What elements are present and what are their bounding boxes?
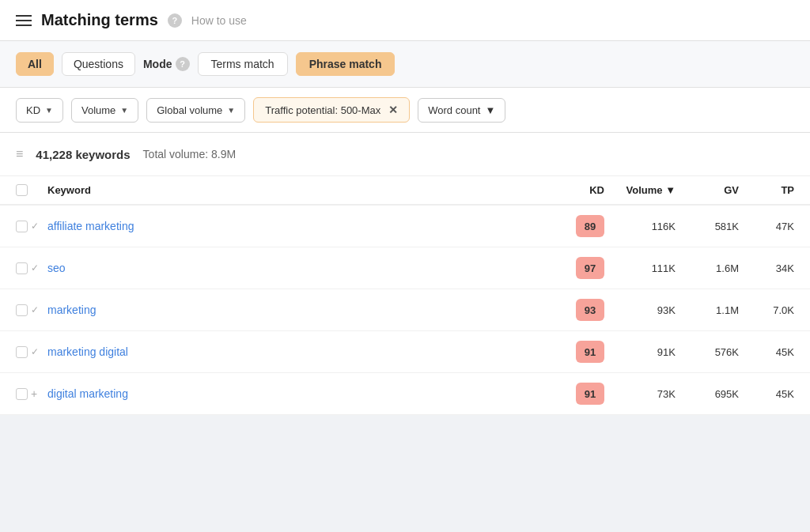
row-2-kd-badge: 97 [576,257,604,279]
keywords-summary: ≡ 41,228 keywords Total volume: 8.9M [0,133,810,176]
traffic-filter[interactable]: Traffic potential: 500-Max ✕ [253,97,410,123]
hamburger-icon[interactable] [16,15,32,26]
keywords-count: 41,228 keywords [36,148,130,161]
row-1-tp: 47K [739,221,794,232]
filter-all-button[interactable]: All [16,52,54,76]
row-2-check-icon: ✓ [31,262,39,274]
col-volume-header: Volume ▼ [604,184,676,196]
word-count-dropdown-arrow: ▼ [485,104,495,116]
col-gv-header: GV [676,184,739,196]
row-4-gv: 576K [676,346,739,358]
row-2-tp: 34K [739,262,794,274]
row-3-check-icon: ✓ [31,304,39,315]
row-1-checkbox[interactable] [16,221,28,232]
help-icon[interactable]: ? [168,13,182,28]
row-2-left: ✓ [16,262,47,274]
row-2-gv: 1.6M [676,262,739,274]
row-3-volume: 93K [604,304,676,316]
table-header: Keyword KD Volume ▼ GV TP [0,176,810,206]
col-tp-header: TP [739,184,794,196]
row-3-left: ✓ [16,304,47,316]
row-2-keyword[interactable]: seo [47,262,541,274]
grid-icon: ≡ [16,147,23,161]
row-1-keyword[interactable]: affiliate marketing [47,220,541,232]
row-4-left: ✓ [16,346,47,358]
traffic-filter-close[interactable]: ✕ [388,104,398,116]
table-container: Keyword KD Volume ▼ GV TP ✓ affiliate ma… [0,176,810,415]
row-5-tp: 45K [739,388,794,400]
row-4-checkbox[interactable] [16,346,28,358]
table-row: ✓ marketing 93 93K 1.1M 7.0K [0,289,810,331]
row-3-gv: 1.1M [676,304,739,316]
row-1-left: ✓ [16,221,47,232]
row-5-kd: 91 [541,383,604,405]
page-title: Matching terms [41,11,158,29]
volume-sort-icon[interactable]: ▼ [665,184,676,196]
volume-dropdown[interactable]: Volume ▼ [71,98,138,123]
traffic-filter-label: Traffic potential: 500-Max [265,104,380,116]
filter-bar: All Questions Mode ? Terms match Phrase … [0,41,810,88]
main-content: ≡ 41,228 keywords Total volume: 8.9M Key… [0,133,810,415]
toolbar: KD ▼ Volume ▼ Global volume ▼ Traffic po… [0,88,810,133]
row-5-checkbox[interactable] [16,388,28,400]
volume-dropdown-arrow: ▼ [120,106,128,115]
total-volume: Total volume: 8.9M [143,148,237,160]
row-5-kd-badge: 91 [576,383,604,405]
table-row: ✓ seo 97 111K 1.6M 34K [0,247,810,289]
row-4-kd: 91 [541,341,604,363]
row-1-kd: 89 [541,215,604,237]
kd-dropdown-arrow: ▼ [45,106,53,115]
row-4-tp: 45K [739,346,794,358]
select-all-checkbox[interactable] [16,184,28,196]
row-5-plus-icon: + [31,387,37,400]
global-volume-dropdown-arrow: ▼ [227,106,235,115]
how-to-use-link[interactable]: How to use [191,14,247,27]
global-volume-dropdown[interactable]: Global volume ▼ [146,98,245,123]
col-kd-header: KD [541,184,604,196]
row-2-kd: 97 [541,257,604,279]
table-row: ✓ marketing digital 91 91K 576K 45K [0,331,810,373]
col-keyword-header: Keyword [47,184,541,196]
row-3-tp: 7.0K [739,304,794,316]
phrase-match-button[interactable]: Phrase match [296,52,396,76]
row-5-volume: 73K [604,388,676,400]
row-4-kd-badge: 91 [576,341,604,363]
top-bar: Matching terms ? How to use [0,0,810,41]
terms-match-button[interactable]: Terms match [198,52,288,76]
row-5-gv: 695K [676,388,739,400]
row-4-check-icon: ✓ [31,346,39,357]
row-3-kd-badge: 93 [576,299,604,321]
header-checkbox-area [16,184,47,196]
row-1-volume: 116K [604,221,676,232]
row-1-kd-badge: 89 [576,215,604,237]
mode-help-icon[interactable]: ? [176,57,190,71]
filter-questions-button[interactable]: Questions [62,52,135,76]
table-row: + digital marketing 91 73K 695K 45K [0,373,810,415]
row-1-check-icon: ✓ [31,221,39,232]
row-2-volume: 111K [604,262,676,274]
word-count-dropdown[interactable]: Word count ▼ [418,98,505,123]
mode-label: Mode ? [143,57,190,71]
row-4-volume: 91K [604,346,676,358]
kd-dropdown[interactable]: KD ▼ [16,98,63,123]
row-3-kd: 93 [541,299,604,321]
row-2-checkbox[interactable] [16,262,28,274]
table-row: ✓ affiliate marketing 89 116K 581K 47K [0,206,810,247]
row-3-checkbox[interactable] [16,304,28,316]
row-5-left: + [16,387,47,400]
row-3-keyword[interactable]: marketing [47,304,541,316]
row-1-gv: 581K [676,221,739,232]
row-5-keyword[interactable]: digital marketing [47,387,541,400]
row-4-keyword[interactable]: marketing digital [47,345,541,358]
